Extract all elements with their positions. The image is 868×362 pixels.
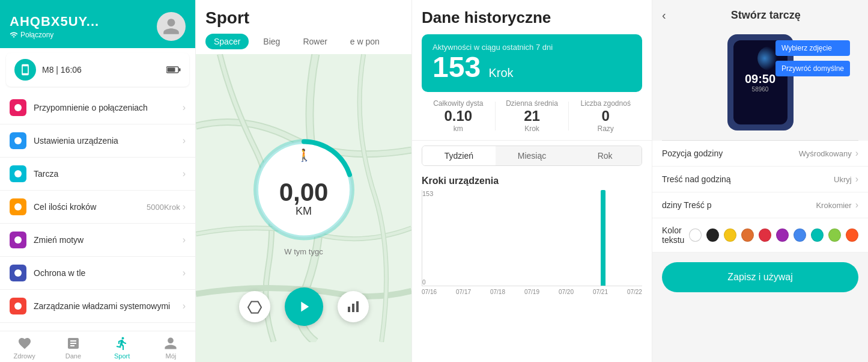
- watch-time: 09:50: [745, 72, 775, 86]
- period-tab-rok[interactable]: Rok: [568, 146, 642, 165]
- footer-tab-data[interactable]: Dane: [49, 331, 97, 362]
- back-button[interactable]: ‹: [662, 8, 666, 22]
- chart-x-label: 07/16: [422, 289, 437, 295]
- wf-setting-hour_position[interactable]: Pozycja godziny Wyśrodkowany ›: [652, 141, 868, 167]
- hexagon-icon: [247, 299, 262, 314]
- chart-title: Kroki urządzenia: [422, 176, 642, 186]
- history-period-tabs: TydzieńMiesiącRok: [422, 146, 642, 166]
- stat-value-0: 0.10: [444, 108, 472, 124]
- stat-label-2: Liczba zgodnoś: [580, 99, 630, 108]
- sidebar: AHQBX5UY... Połączony M8 | 16:06: [0, 0, 195, 362]
- sport-title: Sport: [205, 8, 402, 28]
- setting-label-hour_position: Pozycja godziny: [662, 149, 799, 158]
- svg-point-7: [14, 236, 22, 244]
- menu-chevron-watchface: ›: [183, 168, 186, 179]
- sidebar-item-theme[interactable]: Zmień motyw ›: [0, 224, 195, 257]
- avatar[interactable]: [157, 12, 186, 41]
- color-dot-7[interactable]: [811, 229, 824, 242]
- chart-x-label: 07/19: [524, 289, 539, 295]
- menu-icon-theme: [10, 232, 26, 248]
- sport-icon: [115, 336, 129, 351]
- device-icon: [19, 64, 31, 76]
- period-tab-tydzień[interactable]: Tydzień: [422, 146, 496, 165]
- history-steps-value: 153: [432, 51, 481, 83]
- me-icon: [163, 336, 178, 351]
- svg-point-6: [14, 203, 22, 210]
- sidebar-item-watchface[interactable]: Tarcza ›: [0, 158, 195, 191]
- connection-status: Połączony: [20, 31, 53, 39]
- svg-rect-1: [168, 68, 175, 72]
- chart-bar-6: [601, 190, 605, 286]
- color-dot-9[interactable]: [846, 229, 858, 242]
- device-row[interactable]: M8 | 16:06: [6, 53, 189, 87]
- sport-tab-spacer[interactable]: Spacer: [205, 34, 249, 49]
- hexagon-button[interactable]: [239, 291, 270, 322]
- menu-label-background: Ochrona w tle: [34, 268, 183, 278]
- color-dot-0[interactable]: [689, 229, 702, 242]
- menu-label-settings: Ustawienia urządzenia: [34, 136, 183, 146]
- sport-circle-inner: 0,00 KM: [250, 135, 358, 244]
- sport-tab-rower[interactable]: Rower: [294, 34, 335, 49]
- footer-tab-health[interactable]: Zdrowy: [0, 331, 49, 362]
- sport-subtitle: W tym tygc: [284, 247, 323, 256]
- footer-tab-label-health: Zdrowy: [14, 352, 35, 360]
- history-header: Dane historyczne: [412, 0, 652, 34]
- setting-chevron-hour_content: ›: [855, 174, 858, 185]
- health-icon: [17, 336, 32, 351]
- data-icon: [66, 336, 80, 351]
- wf-setting-extra_content[interactable]: dziny Treść p Krokomier ›: [652, 192, 868, 218]
- history-card: Aktywności w ciągu ostatnich 7 dni 153 K…: [422, 34, 642, 92]
- stat-unit-2: Razy: [598, 124, 614, 133]
- footer-tab-me[interactable]: Mój: [147, 331, 195, 362]
- sidebar-menu: Przypomnienie o połączeniach › Ustawieni…: [0, 91, 195, 331]
- period-tab-miesiąc[interactable]: Miesiąc: [496, 146, 569, 165]
- restore-default-button[interactable]: Przywróć domyślne: [775, 61, 850, 76]
- color-dot-2[interactable]: [724, 229, 736, 242]
- sidebar-item-permissions[interactable]: Zarządzanie władzami systemowymi ›: [0, 290, 195, 323]
- sidebar-item-info[interactable]: Informacja ›: [0, 323, 195, 331]
- svg-point-4: [14, 137, 22, 144]
- menu-icon-settings: [10, 132, 26, 149]
- setting-chevron-extra_content: ›: [855, 200, 858, 210]
- svg-point-8: [14, 269, 22, 277]
- choose-photo-button[interactable]: Wybierz zdjęcie: [775, 40, 850, 56]
- svg-rect-2: [179, 69, 181, 72]
- chart-x-labels: 07/1607/1707/1807/1907/2007/2107/22: [422, 289, 642, 295]
- sidebar-footer: Zdrowy Dane Sport Mój: [0, 331, 195, 362]
- history-panel: Dane historyczne Aktywności w ciągu osta…: [411, 0, 652, 362]
- username: AHQBX5UY...: [10, 14, 99, 29]
- chart-icon: [346, 299, 360, 314]
- avatar-icon: [162, 17, 181, 36]
- sidebar-item-calls[interactable]: Przypomnienie o połączeniach ›: [0, 91, 195, 124]
- color-dot-4[interactable]: [759, 229, 771, 242]
- color-dot-6[interactable]: [794, 229, 806, 242]
- menu-value-steps: 5000Krok: [147, 203, 180, 212]
- footer-tab-sport[interactable]: Sport: [98, 331, 147, 362]
- sport-tab-e w pon[interactable]: e w pon: [342, 34, 388, 49]
- color-dot-3[interactable]: [741, 229, 754, 242]
- menu-chevron-theme: ›: [183, 235, 186, 245]
- menu-chevron-steps: ›: [183, 201, 186, 212]
- stat-unit-0: km: [454, 124, 463, 133]
- svg-point-3: [14, 104, 22, 111]
- color-dot-1[interactable]: [706, 229, 719, 242]
- device-name: M8 | 16:06: [42, 65, 82, 75]
- sidebar-item-background[interactable]: Ochrona w tle ›: [0, 257, 195, 290]
- chart-button[interactable]: [338, 291, 369, 322]
- stat-col-1: Dzienna średnia 21 Krok: [496, 99, 569, 133]
- sport-distance: 0,00: [279, 180, 329, 205]
- play-button[interactable]: [285, 287, 323, 326]
- wf-setting-hour_content[interactable]: Treść nad godziną Ukryj ›: [652, 167, 868, 192]
- stat-value-1: 21: [524, 108, 540, 124]
- history-card-value: 153 Krok: [432, 52, 631, 84]
- color-row: Kolor tekstu: [652, 218, 868, 253]
- watchface-header: ‹ Stwórz tarczę: [652, 0, 868, 28]
- stat-label-0: Całkowity dysta: [433, 99, 483, 108]
- sport-tab-bieg[interactable]: Bieg: [255, 34, 288, 49]
- watchface-title: Stwórz tarczę: [673, 9, 858, 22]
- color-dot-8[interactable]: [828, 229, 841, 242]
- sidebar-item-settings[interactable]: Ustawienia urządzenia ›: [0, 124, 195, 158]
- sidebar-item-steps[interactable]: Cel ilości kroków 5000Krok ›: [0, 191, 195, 224]
- color-dot-5[interactable]: [776, 229, 789, 242]
- save-button[interactable]: Zapisz i używaj: [662, 262, 858, 292]
